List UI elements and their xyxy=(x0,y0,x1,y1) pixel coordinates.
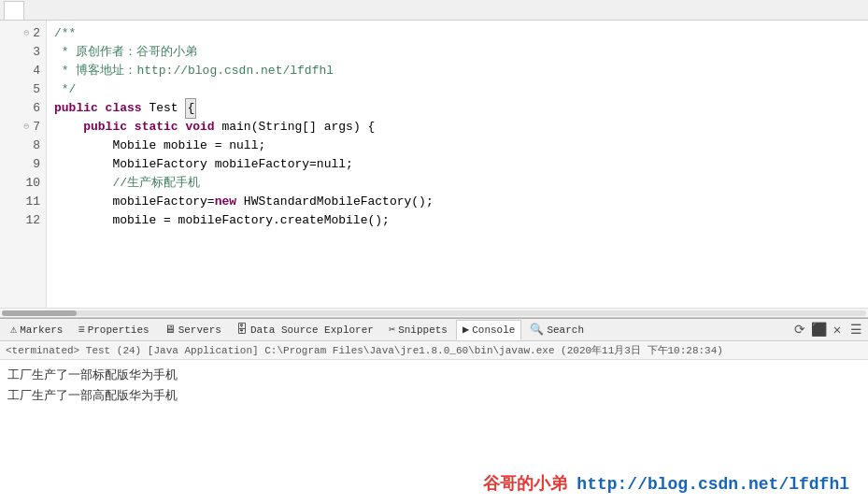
line-number: 3 xyxy=(6,43,40,62)
line-number: 6 xyxy=(6,99,40,118)
console-icon: ▶ xyxy=(462,323,469,337)
datasource-icon: 🗄 xyxy=(236,323,248,337)
servers-label: Servers xyxy=(178,324,221,336)
panel-tab-properties[interactable]: ≡Properties xyxy=(71,320,155,340)
properties-label: Properties xyxy=(88,324,149,336)
code-line: */ xyxy=(54,80,861,99)
watermark-url: http://blog.csdn.net/lfdfhl xyxy=(576,475,849,494)
code-line: * 原创作者：谷哥的小弟 xyxy=(54,43,861,62)
line-numbers: ⊖23456⊖789101112 xyxy=(0,21,47,308)
panel-actions: ⟳⬛✕☰ xyxy=(791,322,864,338)
snippets-icon: ✂ xyxy=(389,323,395,337)
line-number: 10 xyxy=(6,174,40,193)
markers-label: Markers xyxy=(20,324,63,336)
panel-action-btn-0[interactable]: ⟳ xyxy=(791,322,808,338)
code-content[interactable]: /** * 原创作者：谷哥的小弟 * 博客地址：http://blog.csdn… xyxy=(47,21,868,308)
console-content: 工厂生产了一部标配版华为手机工厂生产了一部高配版华为手机谷哥的小弟 http:/… xyxy=(0,360,868,504)
search-label: Search xyxy=(547,324,584,336)
markers-icon: ⚠ xyxy=(10,323,17,337)
code-line: /** xyxy=(54,24,861,43)
scrollbar-thumb[interactable] xyxy=(2,310,77,316)
scrollbar-track xyxy=(2,310,866,316)
console-label: Console xyxy=(472,324,515,336)
console-line: 工厂生产了一部高配版华为手机 xyxy=(7,386,861,407)
snippets-label: Snippets xyxy=(398,324,448,336)
panel-action-btn-1[interactable]: ⬛ xyxy=(810,322,827,338)
bottom-panel: ⚠Markers≡Properties🖥Servers🗄Data Source … xyxy=(0,318,868,504)
console-header: <terminated> Test (24) [Java Application… xyxy=(0,341,868,360)
properties-icon: ≡ xyxy=(78,324,84,337)
line-number: 11 xyxy=(6,193,40,211)
panel-tab-datasource[interactable]: 🗄Data Source Explorer xyxy=(230,320,380,340)
line-number: ⊖7 xyxy=(6,118,40,137)
line-number: 9 xyxy=(6,155,40,174)
panel-tab-snippets[interactable]: ✂Snippets xyxy=(382,320,454,340)
code-line: * 博客地址：http://blog.csdn.net/lfdfhl xyxy=(54,62,861,80)
panel-tab-markers[interactable]: ⚠Markers xyxy=(4,320,69,340)
line-number: 12 xyxy=(6,211,40,230)
code-editor: ⊖23456⊖789101112 /** * 原创作者：谷哥的小弟 * 博客地址… xyxy=(0,21,868,308)
panel-tab-bar: ⚠Markers≡Properties🖥Servers🗄Data Source … xyxy=(0,319,868,341)
panel-tab-servers[interactable]: 🖥Servers xyxy=(158,320,228,340)
datasource-label: Data Source Explorer xyxy=(250,324,374,336)
console-line: 工厂生产了一部标配版华为手机 xyxy=(7,366,861,386)
watermark-name: 谷哥的小弟 xyxy=(483,475,567,494)
editor-tab-bar xyxy=(0,0,868,21)
line-number: 8 xyxy=(6,137,40,155)
code-line: mobileFactory=new HWStandardMobileFactor… xyxy=(54,193,861,211)
panel-tab-search[interactable]: 🔍Search xyxy=(523,320,591,340)
search-icon: 🔍 xyxy=(530,323,544,337)
watermark: 谷哥的小弟 http://blog.csdn.net/lfdfhl xyxy=(483,474,849,495)
editor-tab[interactable] xyxy=(4,1,24,20)
code-line: public class Test { xyxy=(54,99,861,118)
code-line: Mobile mobile = null; xyxy=(54,137,861,155)
code-line: //生产标配手机 xyxy=(54,174,861,193)
code-line: public static void main(String[] args) { xyxy=(54,118,861,137)
horizontal-scrollbar[interactable] xyxy=(0,308,868,317)
line-number: ⊖2 xyxy=(6,24,40,43)
line-number: 4 xyxy=(6,62,40,80)
servers-icon: 🖥 xyxy=(164,323,176,337)
code-line: MobileFactory mobileFactory=null; xyxy=(54,155,861,174)
line-number: 5 xyxy=(6,80,40,99)
code-line: mobile = mobileFactory.createMobile(); xyxy=(54,211,861,230)
panel-tab-console[interactable]: ▶Console xyxy=(456,320,521,340)
panel-action-btn-3[interactable]: ☰ xyxy=(847,322,864,338)
panel-action-btn-2[interactable]: ✕ xyxy=(829,322,846,338)
